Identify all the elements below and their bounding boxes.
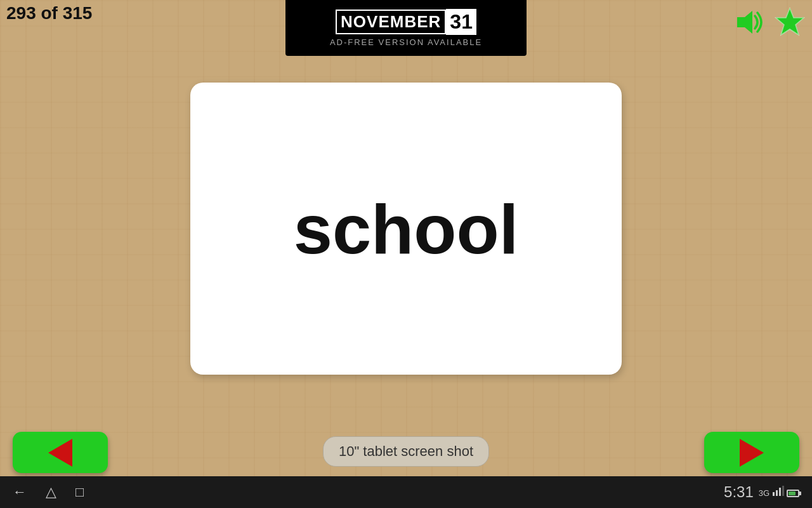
prev-arrow-icon: [48, 439, 72, 467]
brand-logo: NOVEMBER 31: [336, 9, 476, 35]
home-button[interactable]: △: [46, 484, 56, 500]
card-counter: 293 of 315: [6, 3, 92, 23]
prev-button[interactable]: [13, 432, 108, 473]
signal-indicator: 3G: [759, 488, 769, 498]
back-button[interactable]: ←: [13, 484, 27, 500]
screen-label: 10" tablet screen shot: [323, 436, 489, 467]
star-icon[interactable]: [774, 6, 806, 38]
signal-bars-icon: [773, 486, 784, 496]
system-status: 5:31 3G: [724, 483, 799, 501]
ad-text: AD-FREE VERSION AVAILABLE: [330, 37, 482, 47]
status-icons: 3G: [759, 486, 799, 498]
recents-button[interactable]: □: [75, 484, 84, 500]
svg-rect-3: [773, 492, 775, 496]
brand-november: NOVEMBER: [336, 10, 446, 34]
top-right-icons: [732, 6, 806, 38]
ad-banner[interactable]: NOVEMBER 31 AD-FREE VERSION AVAILABLE: [285, 0, 527, 56]
svg-rect-6: [782, 486, 784, 496]
system-bar: ← △ □ 5:31 3G: [0, 476, 812, 508]
battery-icon: [787, 490, 799, 497]
speaker-icon[interactable]: [732, 8, 766, 36]
flashcard[interactable]: school: [190, 83, 622, 375]
brand-31: 31: [446, 9, 476, 35]
svg-rect-5: [779, 488, 781, 496]
next-arrow-icon: [740, 439, 764, 467]
svg-marker-0: [737, 11, 752, 34]
next-button[interactable]: [704, 432, 799, 473]
system-nav-icons: ← △ □: [13, 484, 84, 500]
time-display: 5:31: [724, 483, 754, 501]
svg-rect-4: [776, 490, 778, 496]
flashcard-word: school: [294, 189, 519, 269]
